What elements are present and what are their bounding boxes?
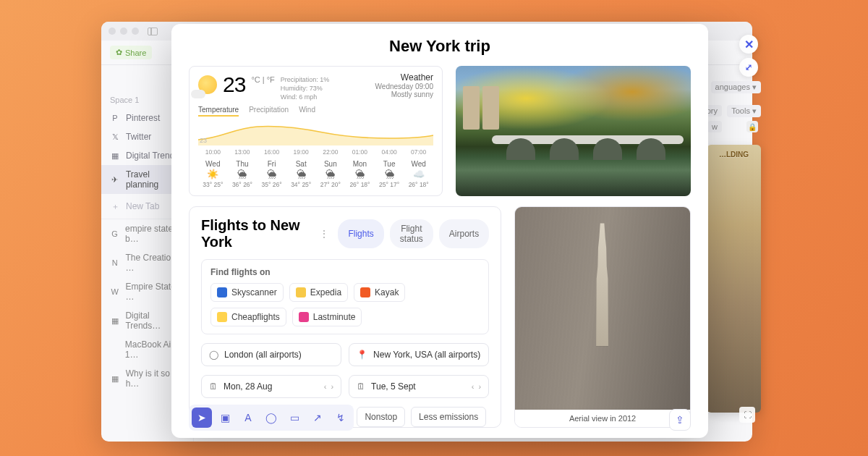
weather-icon: 🌦	[375, 169, 404, 180]
find-flights-label: Find flights on	[210, 267, 480, 277]
meta-humidity: Humidity: 73%	[281, 84, 330, 93]
tab-precipitation[interactable]: Precipitation	[249, 106, 289, 117]
tab-airports[interactable]: Airports	[439, 219, 489, 248]
tab-flight-status[interactable]: Flight status	[390, 219, 433, 248]
aerial-photo	[515, 207, 690, 410]
annotation-toolbar: ➤ ▣ A ◯ ▭ ↗ ↯	[189, 405, 354, 431]
hour-label: 13:00	[228, 148, 258, 156]
grid-icon: ▦	[110, 151, 120, 161]
provider-kayak[interactable]: Kayak	[354, 283, 405, 302]
ellipse-icon: ◯	[265, 412, 277, 423]
languages-dropdown[interactable]: anguages ▾	[711, 81, 761, 93]
weather-hour-labels: 10:00 13:00 16:00 19:00 22:00 01:00 04:0…	[198, 148, 433, 156]
chip-nonstop[interactable]: Nonstop	[357, 407, 405, 427]
more-icon[interactable]: ⋮	[318, 228, 331, 240]
weather-icon: 🌦	[258, 169, 286, 180]
find-flights-box: Find flights on Skyscanner Expedia Kayak…	[201, 259, 489, 334]
calendar-icon: 🗓	[357, 381, 365, 392]
hour-label: 22:00	[316, 148, 346, 156]
forecast-day[interactable]: Wed☁️26° 18°	[404, 160, 433, 188]
expand-overlay-button[interactable]: ⤢	[739, 58, 758, 77]
weather-summary: Mostly sunny	[375, 90, 433, 98]
thumbnail-label: …LDING	[711, 151, 757, 159]
pin-icon: 📍	[357, 350, 367, 360]
tool-cursor[interactable]: ➤	[192, 408, 212, 428]
apple-icon	[110, 345, 119, 355]
tool-rect[interactable]: ▭	[284, 408, 305, 428]
hour-label: 01:00	[345, 148, 375, 156]
lastminute-icon	[299, 312, 309, 322]
arrow-icon: ↗	[313, 412, 322, 423]
weather-icon: ☀️	[199, 169, 227, 180]
share-icon: ⇪	[676, 414, 684, 426]
to-value: New York, USA (all airports)	[373, 350, 480, 360]
tool-ellipse[interactable]: ◯	[261, 408, 281, 428]
provider-expedia[interactable]: Expedia	[289, 283, 348, 302]
depart-date-field[interactable]: 🗓 Mon, 28 Aug ‹›	[201, 375, 341, 398]
page-icon: N	[110, 258, 119, 268]
empire-state-illustration	[592, 223, 613, 346]
chevron-right-icon[interactable]: ›	[331, 382, 333, 391]
meta-wind: Wind: 6 mph	[281, 93, 330, 101]
weather-card: 23 °C | °F Precipitation: 1% Humidity: 7…	[189, 66, 443, 196]
from-field[interactable]: ◯ London (all airports)	[201, 343, 341, 366]
sidebar-item-label: Pinterest	[126, 113, 160, 123]
provider-lastminute[interactable]: Lastminute	[292, 308, 362, 326]
chip-less-emissions[interactable]: Less emissions	[411, 407, 486, 427]
sidebar-toggle-icon[interactable]	[148, 28, 158, 35]
park-photo	[456, 66, 691, 196]
hour-label: 19:00	[286, 148, 316, 156]
weather-forecast-row: Wed☀️33° 25° Thu🌦36° 26° Fri🌦35° 26° Sat…	[198, 160, 433, 188]
share-panel-button[interactable]: ⇪	[669, 409, 691, 431]
traffic-light-close[interactable]	[109, 28, 116, 35]
circle-icon: ◯	[209, 350, 218, 360]
pinterest-icon: P	[110, 113, 120, 123]
traffic-light-min[interactable]	[120, 28, 127, 35]
forecast-day[interactable]: Tue🌦25° 17°	[375, 160, 404, 188]
weather-units[interactable]: °C | °F	[251, 75, 274, 84]
easel-panel: New York trip 23 °C | °F Precipitation: …	[171, 24, 708, 438]
weather-temp: 23	[223, 72, 245, 97]
forecast-day[interactable]: Mon🌦26° 18°	[345, 160, 375, 188]
chart-anchor: 23	[200, 137, 207, 144]
tool-connector[interactable]: ↯	[331, 408, 351, 428]
google-icon: G	[110, 229, 119, 239]
connector-icon: ↯	[336, 412, 345, 423]
tools-dropdown[interactable]: Tools ▾	[727, 105, 761, 117]
calendar-icon: 🗓	[209, 381, 218, 392]
close-overlay-button[interactable]: ✕	[739, 35, 758, 54]
tab-flights[interactable]: Flights	[338, 219, 383, 248]
forecast-day[interactable]: Wed☀️33° 25°	[198, 160, 228, 188]
provider-cheapflights[interactable]: Cheapflights	[210, 308, 286, 326]
traffic-light-max[interactable]	[132, 28, 139, 35]
to-field[interactable]: 📍 New York, USA (all airports)	[349, 343, 489, 366]
weather-icon: 🌦	[346, 169, 374, 180]
lock-icon: 🔒	[746, 121, 758, 132]
return-date-field[interactable]: 🗓 Tue, 5 Sept ‹›	[349, 375, 489, 398]
forecast-day[interactable]: Sun🌦27° 20°	[316, 160, 346, 188]
meta-precip: Precipitation: 1%	[281, 75, 330, 84]
page-title: New York trip	[189, 37, 691, 56]
tool-text[interactable]: A	[238, 408, 258, 428]
plus-icon: ＋	[110, 201, 120, 211]
tool-arrow[interactable]: ↗	[307, 408, 328, 428]
chevron-left-icon[interactable]: ‹	[324, 382, 327, 391]
image-icon: ▣	[221, 412, 230, 423]
share-button[interactable]: ✿ Share	[110, 46, 152, 59]
forecast-day[interactable]: Fri🌦35° 26°	[257, 160, 286, 188]
weather-title: Weather	[375, 72, 433, 83]
tab-temperature[interactable]: Temperature	[198, 106, 239, 117]
hour-label: 16:00	[257, 148, 286, 156]
weather-chart: 23	[198, 121, 433, 145]
flights-card: Flights to New York ⋮ Flights Flight sta…	[189, 206, 501, 428]
fullscreen-icon[interactable]: ⛶	[739, 407, 755, 423]
tool-image[interactable]: ▣	[215, 408, 235, 428]
forecast-day[interactable]: Sat🌦34° 25°	[286, 160, 316, 188]
provider-skyscanner[interactable]: Skyscanner	[210, 283, 284, 302]
weather-icon: ☁️	[404, 169, 433, 180]
chevron-left-icon[interactable]: ‹	[472, 382, 475, 391]
forecast-day[interactable]: Thu🌦36° 26°	[228, 160, 258, 188]
cheapflights-icon	[217, 312, 227, 322]
chevron-right-icon[interactable]: ›	[478, 382, 481, 391]
tab-wind[interactable]: Wind	[299, 106, 315, 117]
